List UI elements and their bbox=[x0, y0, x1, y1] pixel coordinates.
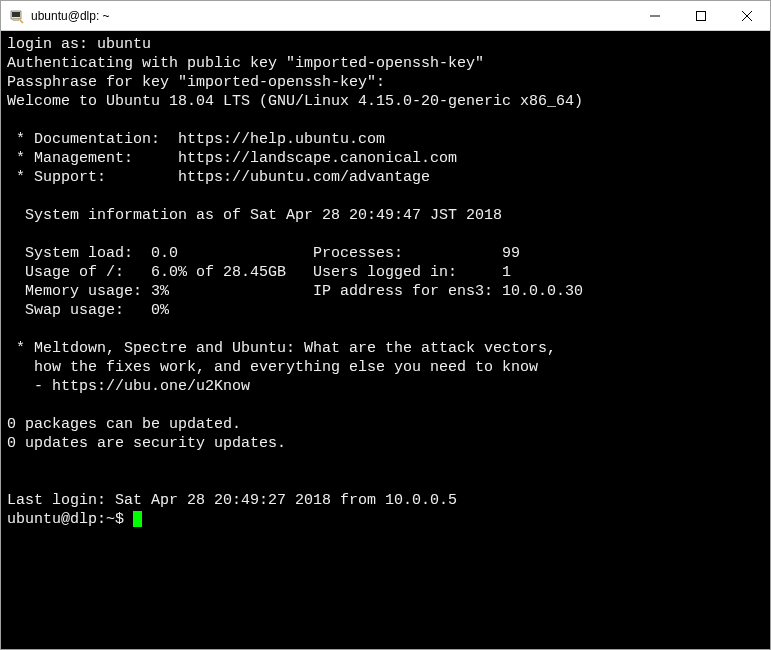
svg-rect-1 bbox=[12, 12, 20, 17]
meltdown-line: - https://ubu.one/u2Know bbox=[7, 378, 250, 395]
auth-line: Authenticating with public key "imported… bbox=[7, 55, 484, 72]
doc-label: * Documentation: bbox=[7, 131, 178, 148]
window-title: ubuntu@dlp: ~ bbox=[31, 9, 632, 23]
svg-line-2 bbox=[20, 20, 23, 23]
welcome-line: Welcome to Ubuntu 18.04 LTS (GNU/Linux 4… bbox=[7, 93, 583, 110]
doc-url: https://help.ubuntu.com bbox=[178, 131, 385, 148]
updates-line: 0 updates are security updates. bbox=[7, 435, 286, 452]
last-login: Last login: Sat Apr 28 20:49:27 2018 fro… bbox=[7, 492, 457, 509]
mgmt-url: https://landscape.canonical.com bbox=[178, 150, 457, 167]
sysinfo-row: Memory usage: 3% IP address for ens3: 10… bbox=[7, 283, 583, 300]
minimize-button[interactable] bbox=[632, 1, 678, 30]
maximize-button[interactable] bbox=[678, 1, 724, 30]
sysinfo-row: System load: 0.0 Processes: 99 bbox=[7, 245, 520, 262]
meltdown-line: * Meltdown, Spectre and Ubuntu: What are… bbox=[7, 340, 556, 357]
svg-rect-3 bbox=[13, 19, 19, 21]
sysinfo-row: Swap usage: 0% bbox=[7, 302, 169, 319]
support-url: https://ubuntu.com/advantage bbox=[178, 169, 430, 186]
login-prompt: login as: bbox=[7, 36, 97, 53]
app-window: ubuntu@dlp: ~ login as: ubuntu Authentic… bbox=[0, 0, 771, 650]
titlebar[interactable]: ubuntu@dlp: ~ bbox=[1, 1, 770, 31]
support-label: * Support: bbox=[7, 169, 178, 186]
putty-icon bbox=[9, 8, 25, 24]
sysinfo-header: System information as of Sat Apr 28 20:4… bbox=[7, 207, 502, 224]
close-button[interactable] bbox=[724, 1, 770, 30]
updates-line: 0 packages can be updated. bbox=[7, 416, 241, 433]
meltdown-line: how the fixes work, and everything else … bbox=[7, 359, 538, 376]
cursor bbox=[133, 511, 142, 527]
sysinfo-row: Usage of /: 6.0% of 28.45GB Users logged… bbox=[7, 264, 511, 281]
svg-rect-5 bbox=[697, 11, 706, 20]
login-user: ubuntu bbox=[97, 36, 151, 53]
passphrase-line: Passphrase for key "imported-openssh-key… bbox=[7, 74, 385, 91]
terminal-area[interactable]: login as: ubuntu Authenticating with pub… bbox=[1, 31, 770, 649]
window-controls bbox=[632, 1, 770, 30]
shell-prompt: ubuntu@dlp:~$ bbox=[7, 511, 133, 528]
mgmt-label: * Management: bbox=[7, 150, 178, 167]
